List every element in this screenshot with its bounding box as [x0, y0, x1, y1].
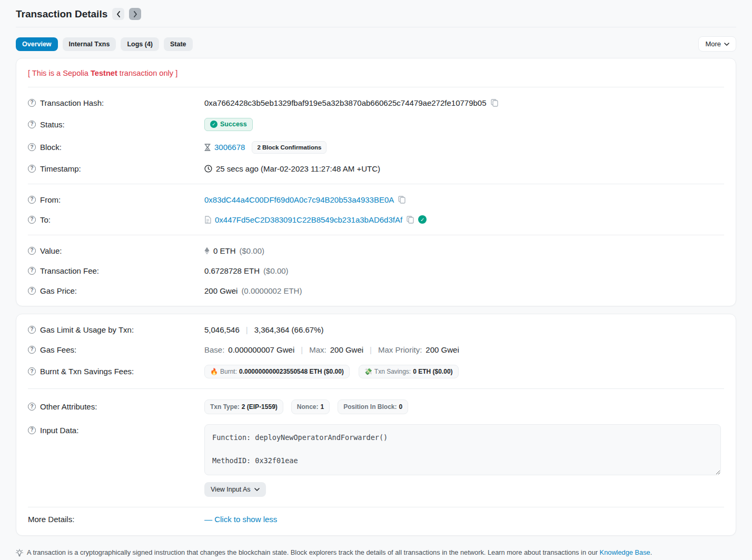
hash-status-block-section: ? Transaction Hash: 0xa7662428c3b5eb1329… [28, 87, 724, 184]
status-label: Status: [40, 120, 65, 129]
block-row: ? Block: 3006678 2 Block Confirmations [28, 136, 724, 158]
tab-logs[interactable]: Logs (4) [121, 37, 159, 51]
next-transaction-button[interactable] [129, 8, 141, 20]
txn-type-badge: Txn Type: 2 (EIP-1559) [204, 399, 283, 414]
base-fee-label: Base: [204, 345, 224, 354]
status-badge: ✓ Success [204, 118, 253, 131]
eth-icon [204, 247, 210, 255]
check-circle-icon: ✓ [210, 121, 217, 128]
help-icon[interactable]: ? [28, 216, 36, 224]
position-in-block-badge: Position In Block: 0 [338, 399, 408, 414]
help-icon[interactable]: ? [28, 165, 36, 173]
separator: | [243, 325, 251, 334]
footer-note: A transaction is a cryptographically sig… [16, 548, 736, 557]
timestamp-row: ? Timestamp: 25 secs ago (Mar-02-2023 11… [28, 158, 724, 178]
transaction-hash-value: 0xa7662428c3b5eb1329fbaf919e5a32b3870ab6… [204, 98, 487, 107]
help-icon[interactable]: ? [28, 196, 36, 204]
testnet-warning-section: [ This is a Sepolia Testnet transaction … [28, 58, 724, 87]
tab-overview[interactable]: Overview [16, 37, 58, 51]
help-icon[interactable]: ? [28, 367, 36, 375]
other-attributes-row: ? Other Attributes: Txn Type: 2 (EIP-155… [28, 394, 724, 419]
copy-from-address-button[interactable] [398, 195, 406, 204]
max-fee-value: 200 Gwei [330, 345, 363, 354]
gas-price-label: Gas Price: [40, 286, 77, 295]
burnt-value: 0.000000000023550548 ETH ($0.00) [239, 368, 344, 375]
from-to-section: ? From: 0x83dC44a4C00DFf69d0A0c7c94B20b5… [28, 184, 724, 235]
page-title: Transaction Details [16, 8, 107, 20]
gas-fees-row: ? Gas Fees: Base: 0.000000007 Gwei | Max… [28, 339, 724, 359]
status-row: ? Status: ✓ Success [28, 113, 724, 136]
base-fee-value: 0.000000007 Gwei [228, 345, 294, 354]
transaction-fee-usd: ($0.00) [263, 266, 289, 275]
burnt-label: Burnt: [220, 368, 237, 375]
gas-price-amount: 200 Gwei [204, 286, 238, 295]
transaction-hash-label: Transaction Hash: [40, 98, 104, 107]
help-icon[interactable]: ? [28, 403, 36, 411]
chevron-left-icon [116, 11, 121, 17]
txn-savings-label: Txn Savings: [374, 368, 411, 375]
overview-card-primary: [ This is a Sepolia Testnet transaction … [16, 58, 736, 306]
money-wings-icon: 💸 [364, 368, 372, 375]
help-icon[interactable]: ? [28, 346, 36, 354]
gas-limit-usage-row: ? Gas Limit & Usage by Txn: 5,046,546 | … [28, 319, 724, 339]
view-input-as-button[interactable]: View Input As [204, 482, 266, 497]
show-less-link[interactable]: — Click to show less [204, 515, 277, 524]
to-address-link[interactable]: 0x447Fd5eC2D383091C22B8549cb231a3bAD6d3f… [215, 215, 402, 224]
copy-to-address-button[interactable] [406, 215, 414, 224]
to-label: To: [40, 215, 51, 224]
max-priority-fee-value: 200 Gwei [426, 345, 459, 354]
transaction-fee-label: Transaction Fee: [40, 266, 99, 275]
value-amount: 0 ETH [213, 246, 236, 255]
copy-icon [406, 215, 414, 224]
help-icon[interactable]: ? [28, 267, 36, 275]
transaction-hash-row: ? Transaction Hash: 0xa7662428c3b5eb1329… [28, 93, 724, 113]
chevron-right-icon [133, 11, 137, 17]
more-dropdown-button[interactable]: More [698, 36, 736, 52]
from-address-link[interactable]: 0x83dC44a4C00DFf69d0A0c7c94B20b53a4933BE… [204, 195, 394, 204]
tab-internal-txns[interactable]: Internal Txns [63, 37, 116, 51]
help-icon[interactable]: ? [28, 99, 36, 107]
to-row: ? To: 0x447Fd5eC2D383091C22B8549cb231a3b… [28, 209, 724, 229]
fire-icon: 🔥 [210, 368, 218, 375]
previous-transaction-button[interactable] [112, 8, 124, 20]
value-fee-section: ? Value: 0 ETH ($0.00) ? Transaction Fee… [28, 235, 724, 306]
value-row: ? Value: 0 ETH ($0.00) [28, 241, 724, 261]
help-icon[interactable]: ? [28, 121, 36, 128]
gas-price-eth: (0.0000002 ETH) [241, 286, 302, 295]
testnet-warning: [ This is a Sepolia Testnet transaction … [28, 69, 177, 77]
gas-limit-usage-label: Gas Limit & Usage by Txn: [40, 325, 134, 334]
burnt-savings-label: Burnt & Txn Savings Fees: [40, 367, 134, 376]
tab-bar: Overview Internal Txns Logs (4) State Mo… [16, 36, 736, 52]
help-icon[interactable]: ? [28, 247, 36, 255]
transaction-details-page: Transaction Details Overview Internal Tx… [0, 0, 752, 557]
input-data-textarea[interactable]: Function: deployNewOperatorAndForwarder(… [204, 424, 721, 475]
tab-state[interactable]: State [164, 37, 193, 51]
gas-price-row: ? Gas Price: 200 Gwei (0.0000002 ETH) [28, 281, 724, 301]
gas-usage-value: 3,364,364 (66.67%) [254, 325, 324, 334]
more-details-section: More Details: — Click to show less [28, 507, 724, 535]
knowledge-base-link[interactable]: Knowledge Base [600, 548, 650, 556]
lightbulb-icon [16, 548, 23, 557]
hourglass-icon [204, 144, 211, 151]
block-number-link[interactable]: 3006678 [214, 143, 245, 152]
block-label: Block: [40, 143, 62, 152]
value-usd: ($0.00) [240, 246, 265, 255]
max-fee-label: Max: [309, 345, 326, 354]
transaction-fee-row: ? Transaction Fee: 0.6728728 ETH ($0.00) [28, 261, 724, 281]
burnt-fee-badge: 🔥 Burnt: 0.000000000023550548 ETH ($0.00… [204, 365, 350, 378]
from-label: From: [40, 195, 61, 204]
help-icon[interactable]: ? [28, 287, 36, 295]
copy-icon [398, 195, 406, 204]
from-row: ? From: 0x83dC44a4C00DFf69d0A0c7c94B20b5… [28, 189, 724, 209]
separator: | [367, 345, 374, 354]
copy-hash-button[interactable] [490, 98, 499, 107]
contract-file-icon [204, 216, 211, 224]
help-icon[interactable]: ? [28, 326, 36, 334]
timestamp-value: 25 secs ago (Mar-02-2023 11:27:48 AM +UT… [216, 164, 380, 173]
help-icon[interactable]: ? [28, 143, 36, 151]
value-label: Value: [40, 246, 62, 255]
separator: | [298, 345, 305, 354]
help-icon[interactable]: ? [28, 426, 36, 434]
more-details-label: More Details: [28, 515, 74, 524]
attributes-input-section: ? Other Attributes: Txn Type: 2 (EIP-155… [28, 388, 724, 507]
